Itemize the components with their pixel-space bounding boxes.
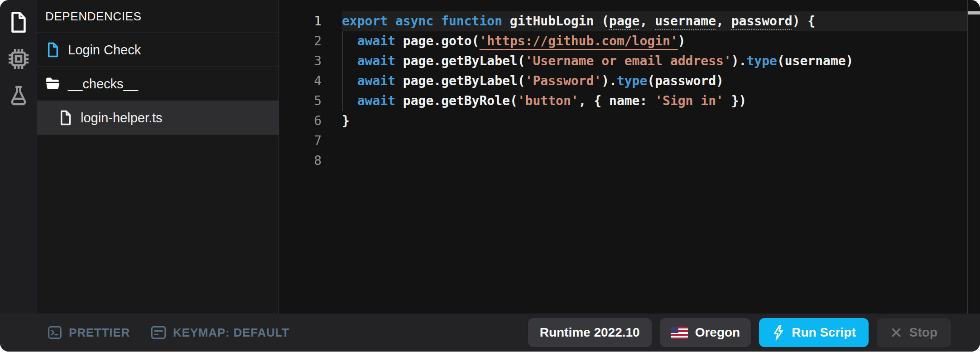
region-label: Oregon [695,325,740,340]
line-number: 3 [279,51,342,71]
terminal-icon [48,325,62,340]
line-number: 1 [279,11,342,31]
flask-icon [8,84,29,106]
chip-icon [7,47,30,71]
rail-tests-button[interactable] [0,77,37,113]
close-icon [890,327,902,338]
status-item-prettier[interactable]: PRETTIER [48,325,130,340]
line-number: 5 [279,91,342,111]
sidebar-item--checks-[interactable]: __checks__ [37,67,279,101]
dependencies-header: DEPENDENCIES [37,0,279,33]
code-line[interactable]: 4 await page.getByLabel('Password').type… [279,71,980,91]
line-number: 4 [279,71,342,91]
sidebar-item-label: login-helper.ts [81,111,163,125]
code-line-text: await page.getByLabel('Username or email… [342,51,853,71]
run-script-label: Run Script [792,325,856,340]
code-line-text: } [342,111,350,131]
run-script-button[interactable]: Run Script [759,318,869,347]
runtime-version-label: Runtime 2022.10 [540,325,640,340]
status-bar: PRETTIERKEYMAP: DEFAULT Runtime 2022.10 … [0,314,980,352]
runtime-version-button[interactable]: Runtime 2022.10 [528,318,652,347]
rail-files-button[interactable] [0,4,37,40]
stop-button[interactable]: Stop [877,318,951,347]
code-line[interactable]: 1export async function gitHubLogin (page… [279,11,980,31]
stop-label: Stop [909,325,937,340]
code-line-text: await page.getByRole('button', { name: '… [342,91,746,111]
line-number: 2 [279,31,342,51]
status-item-keymap-default[interactable]: KEYMAP: DEFAULT [151,326,289,340]
editor-scrollbar-track [967,0,980,314]
line-number: 7 [279,131,342,151]
status-item-label: PRETTIER [69,326,130,340]
file-icon [45,42,61,58]
file-icon [8,10,29,34]
sidebar-item-login-helper-ts[interactable]: login-helper.ts [37,101,279,135]
code-line[interactable]: 7 [279,131,980,151]
code-line[interactable]: 2 await page.goto('https://github.com/lo… [279,31,980,51]
code-line[interactable]: 8 [279,151,980,171]
us-flag-icon [671,327,688,339]
lightning-bolt-icon [772,325,785,340]
editor-scrollbar-thumb[interactable] [968,11,980,14]
keymap-icon [151,326,166,339]
rail-runtime-button[interactable] [0,41,37,77]
line-number: 8 [279,151,342,171]
left-icon-rail [0,0,37,314]
status-item-label: KEYMAP: DEFAULT [173,326,289,340]
sidebar-item-login-check[interactable]: Login Check [37,33,279,67]
file-icon [58,110,73,126]
dependencies-panel: DEPENDENCIES Login Check__checks__login-… [37,0,279,314]
sidebar-item-label: __checks__ [68,77,138,92]
code-line[interactable]: 6} [279,111,980,131]
code-line[interactable]: 5 await page.getByRole('button', { name:… [279,91,980,111]
code-editor[interactable]: 1export async function gitHubLogin (page… [279,0,980,314]
line-number: 6 [279,111,342,131]
code-line-text: await page.getByLabel('Password').type(p… [342,71,724,91]
code-line-text: await page.goto('https://github.com/logi… [342,31,686,51]
editor-window: DEPENDENCIES Login Check__checks__login-… [0,0,980,352]
code-line-text: export async function gitHubLogin (page,… [342,11,815,31]
region-selector-button[interactable]: Oregon [660,318,751,347]
sidebar-item-label: Login Check [68,43,141,58]
code-line[interactable]: 3 await page.getByLabel('Username or ema… [279,51,980,71]
folder-open-icon [45,77,61,91]
